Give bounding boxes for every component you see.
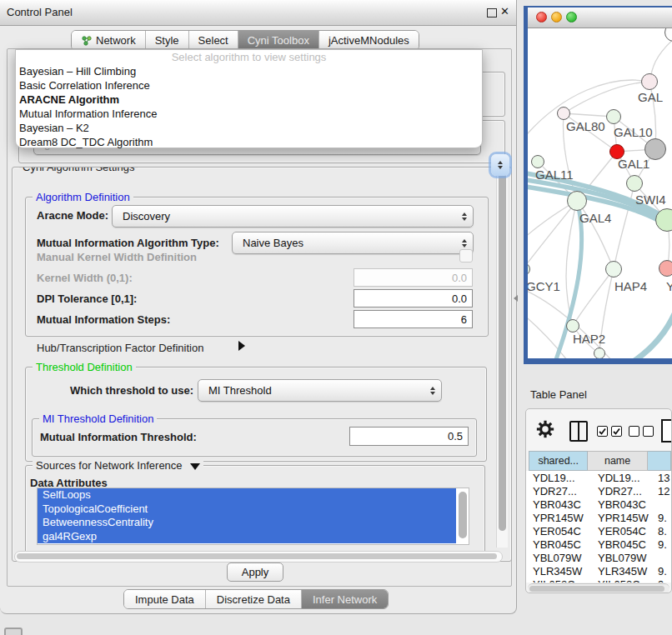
kernel-width-field[interactable]: 0.0: [354, 268, 473, 287]
settings-horizontal-scrollbar-thumb[interactable]: [17, 553, 497, 559]
close-traffic-light[interactable]: [536, 12, 547, 22]
table-row[interactable]: YLR345WYLR345W9.: [526, 564, 672, 578]
table-horizontal-scrollbar[interactable]: [528, 583, 669, 593]
node-label: HAP2: [573, 332, 605, 346]
dropdown-option-highlighted[interactable]: ARACNE Algorithm: [16, 92, 482, 107]
dropdown-option[interactable]: Bayesian – Hill Climbing: [16, 64, 482, 78]
network-node[interactable]: [659, 260, 672, 277]
dropdown-option[interactable]: Dream8 DC_TDC Algorithm: [16, 135, 482, 149]
table-horizontal-scrollbar-thumb[interactable]: [529, 586, 664, 592]
table-row[interactable]: YPR145WYPR145W9.: [526, 511, 672, 524]
gear-icon[interactable]: [536, 420, 554, 438]
algorithm-combobox-spinner[interactable]: [491, 154, 509, 176]
node-label: Y: [666, 279, 672, 293]
node-label: HAP4: [614, 279, 647, 293]
network-canvas[interactable]: GAL GAL80 GAL10 GAL1 GAL11 SWI4 GAL4 GCY…: [528, 28, 672, 358]
mi-steps-label: Mutual Information Steps:: [37, 313, 170, 326]
table-row[interactable]: YBR045CYBR045C9.: [526, 538, 672, 551]
table-row[interactable]: YBR043CYBR043C: [526, 498, 672, 511]
settings-vertical-scrollbar-thumb[interactable]: [499, 172, 506, 531]
tab-select[interactable]: Select: [188, 31, 238, 50]
table-row[interactable]: YER054CYER054C8.: [526, 524, 672, 538]
tab-select-label: Select: [198, 34, 228, 47]
aracne-mode-label: Aracne Mode:: [37, 209, 108, 222]
list-item[interactable]: TopologicalCoefficient: [38, 502, 456, 517]
mi-threshold-definition-legend: MI Threshold Definition: [39, 412, 157, 425]
network-node[interactable]: [567, 191, 587, 211]
hub-definition-label[interactable]: Hub/Transcription Factor Definition: [37, 342, 203, 354]
table-panel: shared... name YDL19...YDL19...13 YDR27.…: [525, 408, 672, 593]
manual-kernel-width-checkbox[interactable]: [459, 249, 473, 262]
close-icon[interactable]: ✕: [500, 5, 509, 18]
tab-cyni-toolbox-label: Cyni Toolbox: [248, 34, 309, 47]
status-bar-grip-icon[interactable]: [4, 628, 23, 635]
apply-button[interactable]: Apply: [227, 562, 283, 582]
tab-jactivemnodules[interactable]: jActiveMNodules: [318, 31, 419, 50]
split-columns-icon[interactable]: [569, 421, 588, 442]
tab-style[interactable]: Style: [145, 31, 188, 50]
network-node[interactable]: [606, 109, 621, 124]
mi-algorithm-type-value: Naive Bayes: [233, 237, 303, 249]
bottom-tabbar: Impute Data Discretize Data Infer Networ…: [123, 589, 389, 609]
dropdown-option[interactable]: Basic Correlation Inference: [16, 78, 482, 92]
algorithm-definition-legend: Algorithm Definition: [33, 191, 133, 203]
network-node[interactable]: [626, 175, 643, 192]
file-icon[interactable]: [661, 419, 672, 442]
table-body: YDL19...YDL19...13 YDR27...YDR27...12 YB…: [526, 471, 672, 582]
float-window-icon[interactable]: [487, 8, 497, 18]
network-node[interactable]: [566, 319, 579, 332]
tab-discretize-data-label: Discretize Data: [217, 593, 290, 606]
tab-impute-data[interactable]: Impute Data: [124, 590, 205, 608]
network-node[interactable]: [641, 73, 658, 90]
column-header-shared-name[interactable]: shared...: [529, 451, 588, 471]
which-threshold-value: MI Threshold: [198, 384, 272, 397]
dropdown-prompt: Select algorithm to view settings: [16, 50, 482, 64]
table-row[interactable]: YDL19...YDL19...13: [526, 471, 672, 484]
node-label: GAL11: [535, 168, 574, 182]
mi-steps-field[interactable]: 6: [354, 310, 473, 328]
network-window-titlebar[interactable]: [528, 8, 672, 28]
tab-discretize-data[interactable]: Discretize Data: [205, 590, 301, 608]
aracne-mode-value: Discovery: [113, 210, 170, 222]
list-item[interactable]: SelfLoops: [38, 488, 456, 502]
table-row[interactable]: YDR27...YDR27...12: [526, 484, 672, 498]
tab-cyni-toolbox[interactable]: Cyni Toolbox: [238, 31, 318, 50]
data-attributes-list: SelfLoops TopologicalCoefficient Between…: [37, 488, 469, 545]
combo-arrows-icon: [430, 380, 435, 401]
dropdown-option[interactable]: Mutual Information Inference: [16, 107, 482, 121]
column-header-name[interactable]: name: [588, 451, 647, 471]
network-node[interactable]: [594, 348, 605, 358]
list-item[interactable]: gal4RGexp: [38, 530, 456, 544]
node-label: GAL: [638, 90, 663, 104]
table-row[interactable]: YBL079WYBL079W: [526, 551, 672, 564]
expanded-arrow-icon[interactable]: [190, 463, 200, 470]
network-node[interactable]: [655, 208, 672, 232]
network-node[interactable]: [531, 155, 544, 168]
minimize-traffic-light[interactable]: [551, 12, 562, 22]
node-label: GAL4: [579, 211, 611, 225]
checked-columns-icon[interactable]: [597, 426, 622, 437]
tab-infer-network[interactable]: Infer Network: [301, 590, 388, 608]
threshold-definition-legend: Threshold Definition: [33, 361, 136, 373]
table-row[interactable]: YIL052CYIL052C9: [526, 578, 672, 582]
unchecked-columns-icon[interactable]: [629, 426, 654, 437]
tab-network[interactable]: Network: [72, 31, 145, 50]
list-scrollbar-thumb[interactable]: [459, 492, 467, 538]
node-label: GAL80: [566, 119, 605, 133]
dpi-tolerance-field[interactable]: 0.0: [354, 289, 473, 308]
network-node[interactable]: [605, 261, 622, 278]
column-header-partial[interactable]: [648, 451, 671, 471]
network-node[interactable]: [557, 107, 570, 120]
settings-vertical-scrollbar[interactable]: [496, 171, 508, 548]
aracne-mode-combobox[interactable]: Discovery: [112, 205, 474, 228]
list-item[interactable]: BetweennessCentrality: [38, 516, 456, 530]
settings-horizontal-scrollbar[interactable]: [14, 551, 503, 562]
mi-algorithm-type-combobox[interactable]: Naive Bayes: [232, 232, 474, 254]
collapsed-arrow-icon[interactable]: [238, 341, 245, 351]
mi-threshold-field[interactable]: 0.5: [349, 427, 469, 446]
which-threshold-combobox[interactable]: MI Threshold: [198, 379, 442, 402]
splitpane-collapse-icon[interactable]: [514, 295, 518, 302]
zoom-traffic-light[interactable]: [566, 12, 577, 22]
dropdown-option[interactable]: Bayesian – K2: [16, 121, 482, 135]
node-label: GAL1: [618, 157, 649, 171]
